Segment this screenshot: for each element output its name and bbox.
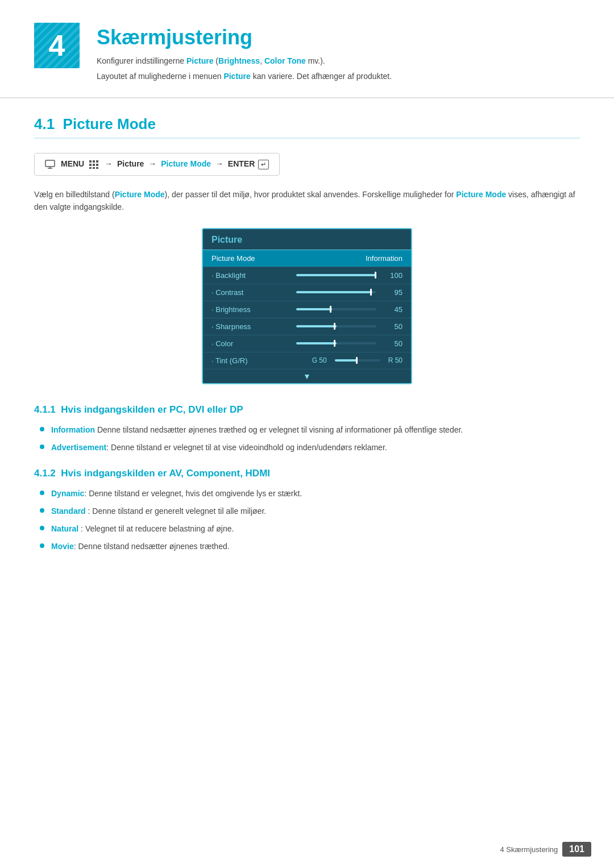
picture-menu-header: Picture (203, 229, 411, 250)
list-item: Advertisement: Denne tilstand er velegne… (40, 442, 580, 454)
bullet-dot (40, 445, 44, 449)
sharpness-slider (296, 325, 376, 327)
scroll-down-indicator: ▼ (203, 369, 411, 383)
color-slider (296, 342, 376, 344)
list-item: Information Denne tilstand nedsætter øjn… (40, 424, 580, 436)
tint-controls: G 50 R 50 (312, 356, 403, 364)
chapter-desc2: Layoutet af mulighederne i menuen Pictur… (97, 70, 392, 82)
menu-path-text: MENU → Picture → Picture Mode → ENT (61, 159, 269, 169)
section-412: 4.1.2 Hvis indgangskilden er AV, Compone… (34, 468, 580, 553)
bullet-dot (40, 526, 44, 530)
main-content: 4.1 Picture Mode MENU (0, 115, 614, 553)
section-41-title: 4.1 Picture Mode (34, 115, 580, 139)
monitor-icon (45, 160, 55, 169)
menu-row-color: · Color 50 (203, 335, 411, 352)
bullet-dot (40, 491, 44, 495)
grid-icon (89, 160, 100, 169)
svg-rect-8 (96, 164, 98, 166)
chapter-number: 4 (34, 23, 80, 68)
page-number: 101 (562, 842, 591, 857)
section-411-title: 4.1.1 Hvis indgangskilden er PC, DVI ell… (34, 404, 580, 416)
footer-text: 4 Skærmjustering (500, 845, 558, 854)
chapter-header: 4 Skærmjustering Konfigurer indstillinge… (0, 0, 614, 98)
section-412-bullets: Dynamic: Denne tilstand er velegnet, hvi… (34, 488, 580, 553)
chapter-desc1: Konfigurer indstillingerne Picture (Brig… (97, 55, 392, 67)
menu-row-brightness: · Brightness 45 (203, 301, 411, 318)
svg-rect-10 (93, 167, 95, 169)
tint-slider (335, 359, 380, 362)
bullet-dot (40, 543, 44, 548)
enter-key-icon: ↵ (258, 160, 269, 169)
chapter-title-block: Skærmjustering Konfigurer indstillingern… (97, 23, 392, 86)
svg-rect-4 (93, 160, 95, 163)
page-footer: 4 Skærmjustering 101 (500, 842, 591, 857)
svg-rect-7 (93, 164, 95, 166)
menu-icon (45, 160, 55, 169)
svg-rect-0 (45, 160, 55, 167)
menu-path-box: MENU → Picture → Picture Mode → ENT (34, 153, 280, 176)
svg-rect-6 (89, 164, 92, 166)
list-item: Dynamic: Denne tilstand er velegnet, hvi… (40, 488, 580, 500)
menu-row-sharpness: · Sharpness 50 (203, 318, 411, 335)
intro-paragraph: Vælg en billedtilstand (Picture Mode), d… (34, 188, 580, 214)
bullet-dot (40, 427, 44, 431)
backlight-slider (296, 274, 376, 276)
svg-rect-5 (96, 160, 98, 163)
section-411: 4.1.1 Hvis indgangskilden er PC, DVI ell… (34, 404, 580, 454)
picture-menu: Picture Picture Mode Information · Backl… (202, 228, 412, 384)
section-41: 4.1 Picture Mode MENU (34, 115, 580, 553)
menu-row-tint: · Tint (G/R) G 50 R 50 (203, 352, 411, 369)
brightness-slider (296, 308, 376, 310)
chapter-title: Skærmjustering (97, 26, 392, 49)
section-411-bullets: Information Denne tilstand nedsætter øjn… (34, 424, 580, 454)
menu-row-contrast: · Contrast 95 (203, 284, 411, 301)
svg-rect-11 (96, 167, 98, 169)
list-item: Natural : Velegnet til at reducere belas… (40, 523, 580, 535)
svg-rect-3 (89, 160, 92, 163)
svg-rect-9 (89, 167, 92, 169)
picture-menu-container: Picture Picture Mode Information · Backl… (34, 228, 580, 384)
menu-row-picture-mode: Picture Mode Information (203, 250, 411, 267)
bullet-dot (40, 508, 44, 513)
contrast-slider (296, 291, 376, 293)
list-item: Standard : Denne tilstand er generelt ve… (40, 505, 580, 517)
menu-row-backlight: · Backlight 100 (203, 267, 411, 284)
list-item: Movie: Denne tilstand nedsætter øjnenes … (40, 541, 580, 553)
section-412-title: 4.1.2 Hvis indgangskilden er AV, Compone… (34, 468, 580, 479)
